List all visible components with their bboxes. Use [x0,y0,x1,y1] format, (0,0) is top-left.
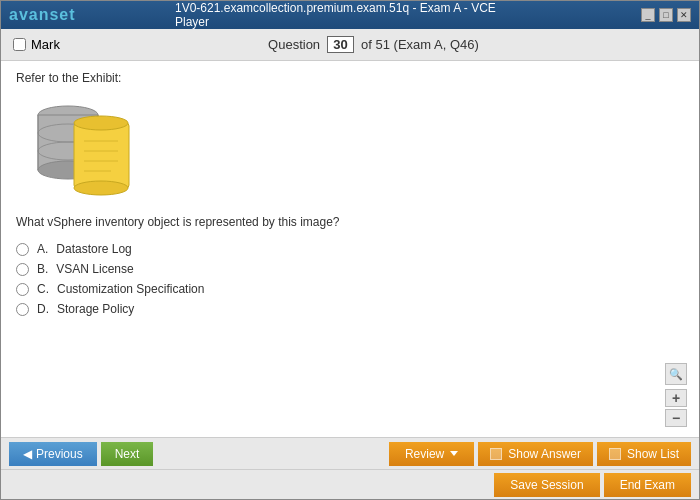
svg-point-9 [74,181,128,195]
exhibit-image [16,93,146,203]
zoom-controls: 🔍 + − [665,363,687,427]
title-bar-left: avanset [9,6,76,24]
zoom-search-button[interactable]: 🔍 [665,363,687,385]
show-list-button[interactable]: Show List [597,442,691,466]
nav-row2: Save Session End Exam [1,469,699,499]
zoom-out-button[interactable]: − [665,409,687,427]
show-list-label: Show List [627,447,679,461]
option-a-text: Datastore Log [56,242,131,256]
maximize-button[interactable]: □ [659,8,673,22]
option-b-text: VSAN License [56,262,133,276]
answer-options: A. Datastore Log B. VSAN License C. Cust… [16,239,684,319]
svg-rect-7 [74,123,129,188]
option-b-key: B. [37,262,48,276]
toolbar: Mark Question 30 of 51 (Exam A, Q46) [1,29,699,61]
option-c[interactable]: C. Customization Specification [16,279,684,299]
exhibit-label: Refer to the Exhibit: [16,71,684,85]
window-controls: _ □ ✕ [641,8,691,22]
radio-d[interactable] [16,303,29,316]
next-button[interactable]: Next [101,442,154,466]
question-info: Question 30 of 51 (Exam A, Q46) [60,36,687,53]
option-a-key: A. [37,242,48,256]
question-text: What vSphere inventory object is represe… [16,215,684,229]
logo-prefix: avan [9,6,49,23]
title-bar: avanset 1V0-621.examcollection.premium.e… [1,1,699,29]
exhibit-svg [16,93,146,203]
question-label: Question [268,37,320,52]
mark-label: Mark [31,37,60,52]
option-b[interactable]: B. VSAN License [16,259,684,279]
previous-button[interactable]: ◀ Previous [9,442,97,466]
option-d-key: D. [37,302,49,316]
list-icon [609,448,621,460]
mark-checkbox[interactable]: Mark [13,37,60,52]
end-exam-button[interactable]: End Exam [604,473,691,497]
nav-row1: ◀ Previous Next Review Show Answer Show … [1,437,699,469]
save-session-label: Save Session [510,478,583,492]
question-number: 30 [327,36,353,53]
option-d-text: Storage Policy [57,302,134,316]
minimize-button[interactable]: _ [641,8,655,22]
close-button[interactable]: ✕ [677,8,691,22]
show-answer-button[interactable]: Show Answer [478,442,593,466]
previous-label: Previous [36,447,83,461]
radio-c[interactable] [16,283,29,296]
svg-point-8 [74,116,128,130]
option-d[interactable]: D. Storage Policy [16,299,684,319]
option-c-key: C. [37,282,49,296]
logo: avanset [9,6,76,24]
radio-b[interactable] [16,263,29,276]
review-button[interactable]: Review [389,442,474,466]
content-area: Refer to the Exhibit: [1,61,699,437]
answer-icon [490,448,502,460]
zoom-in-button[interactable]: + [665,389,687,407]
save-session-button[interactable]: Save Session [494,473,599,497]
option-c-text: Customization Specification [57,282,204,296]
main-window: avanset 1V0-621.examcollection.premium.e… [0,0,700,500]
radio-a[interactable] [16,243,29,256]
prev-arrow-icon: ◀ [23,447,32,461]
question-total: of 51 (Exam A, Q46) [361,37,479,52]
logo-suffix: set [49,6,75,23]
option-a[interactable]: A. Datastore Log [16,239,684,259]
next-label: Next [115,447,140,461]
end-exam-label: End Exam [620,478,675,492]
review-label: Review [405,447,444,461]
mark-checkbox-input[interactable] [13,38,26,51]
window-title: 1V0-621.examcollection.premium.exam.51q … [175,1,525,29]
review-dropdown-arrow-icon [450,451,458,456]
show-answer-label: Show Answer [508,447,581,461]
